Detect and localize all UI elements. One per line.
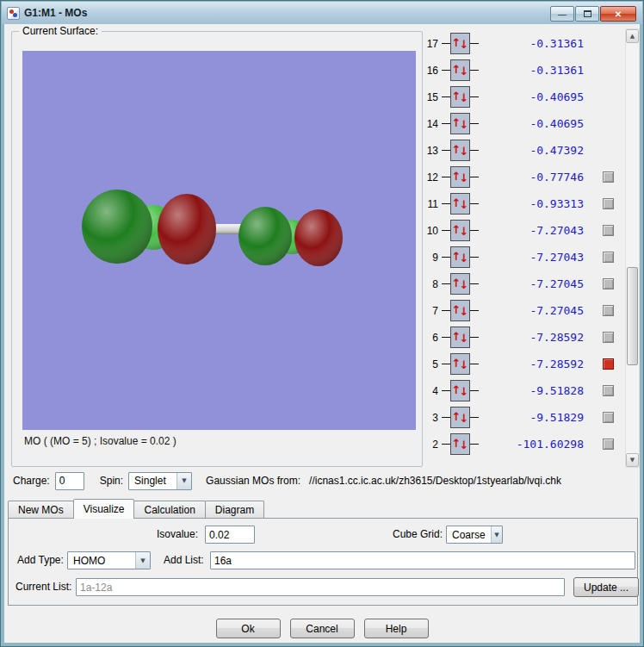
maximize-button[interactable] — [575, 6, 599, 22]
mo-row[interactable]: 6 ↑ ↓ -7.28592 — [423, 324, 624, 351]
mo-list-scrollbar[interactable]: ▲ ▼ — [625, 28, 640, 468]
mo-number: 9 — [424, 252, 438, 264]
footer-buttons: Ok Cancel Help — [4, 619, 640, 638]
spin-pair-icon: ↑ ↓ — [450, 433, 470, 455]
mo-occupied-checkbox[interactable] — [603, 305, 614, 316]
mo-row[interactable]: 13 ↑ ↓ -0.47392 — [423, 137, 624, 164]
mo-energy: -7.27045 — [480, 304, 584, 317]
source-path: //icnas1.cc.ic.ac.uk/zh3615/Desktop/1sty… — [309, 475, 561, 487]
level-line — [442, 203, 450, 204]
mo-occupied-checkbox[interactable] — [603, 358, 614, 370]
mo-energy-level: ↑ ↓ — [442, 166, 479, 188]
mo-list: 17 ↑ ↓ -0.31361 16 ↑ ↓ -0.31361 15 — [423, 30, 624, 457]
current-surface-group: Current Surface: — [11, 31, 423, 467]
mo-row[interactable]: 5 ↑ ↓ -7.28592 — [423, 351, 624, 377]
level-line — [442, 283, 450, 284]
isovalue-input[interactable] — [205, 526, 255, 544]
scroll-up-button[interactable]: ▲ — [626, 29, 639, 43]
mo-row[interactable]: 17 ↑ ↓ -0.31361 — [423, 30, 624, 57]
mo-row[interactable]: 11 ↑ ↓ -0.93313 — [423, 190, 624, 217]
level-line — [442, 390, 450, 391]
mo-energy-level: ↑ ↓ — [442, 273, 479, 295]
mo-number: 12 — [424, 171, 438, 184]
tab-label: New MOs — [18, 504, 64, 516]
close-button[interactable]: ✕ — [600, 6, 636, 22]
mo-row[interactable]: 14 ↑ ↓ -0.40695 — [423, 110, 624, 137]
mo-occupied-checkbox[interactable] — [603, 171, 614, 183]
mo-energy-level: ↑ ↓ — [442, 246, 479, 268]
minimize-icon: — — [558, 9, 567, 19]
mo-occupied-checkbox[interactable] — [603, 252, 614, 263]
mo-number: 17 — [424, 38, 438, 50]
mo-row[interactable]: 8 ↑ ↓ -7.27045 — [423, 271, 624, 297]
mo-occupied-checkbox[interactable] — [603, 385, 614, 396]
level-line — [470, 43, 479, 44]
spin-pair-icon: ↑ ↓ — [450, 327, 470, 348]
spin-pair-icon: ↑ ↓ — [450, 246, 470, 268]
level-line — [470, 310, 479, 311]
spin-down-arrow-icon: ↓ — [460, 226, 469, 237]
mo-number: 5 — [424, 358, 438, 370]
mo-row[interactable]: 9 ↑ ↓ -7.27043 — [423, 244, 624, 271]
add-type-dropdown[interactable]: HOMO ▼ — [67, 551, 151, 569]
mo-row[interactable]: 10 ↑ ↓ -7.27043 — [423, 217, 624, 244]
tab-diagram[interactable]: Diagram — [205, 501, 264, 518]
mo-occupied-checkbox[interactable] — [603, 332, 614, 343]
mo-row[interactable]: 7 ↑ ↓ -7.27045 — [423, 297, 624, 324]
spin-pair-icon: ↑ ↓ — [450, 380, 470, 401]
help-button[interactable]: Help — [364, 619, 429, 638]
mo-occupied-checkbox[interactable] — [603, 225, 614, 236]
mo-energy: -7.28592 — [480, 331, 584, 344]
tab-new-mos[interactable]: New MOs — [8, 501, 74, 518]
spin-down-arrow-icon: ↓ — [460, 92, 469, 103]
add-list-label: Add List: — [164, 551, 204, 569]
spin-down-arrow-icon: ↓ — [460, 306, 469, 317]
tab-label: Diagram — [215, 504, 254, 516]
mo-energy-level: ↑ ↓ — [442, 113, 479, 134]
spin-down-arrow-icon: ↓ — [460, 279, 469, 290]
scrollbar-thumb[interactable] — [627, 267, 638, 365]
charge-input[interactable] — [55, 472, 84, 490]
mo-occupied-checkbox[interactable] — [603, 198, 614, 209]
mo-occupied-checkbox[interactable] — [603, 439, 614, 450]
molecule-orbitals — [22, 51, 416, 430]
mo-energy-level: ↑ ↓ — [442, 380, 479, 401]
left-atom-orbitals — [82, 190, 216, 264]
molecule-view[interactable] — [22, 51, 416, 430]
spin-pair-icon: ↑ ↓ — [450, 140, 470, 161]
mo-row[interactable]: 3 ↑ ↓ -9.51829 — [423, 404, 624, 431]
mo-row[interactable]: 2 ↑ ↓ -101.60298 — [423, 431, 624, 457]
surface-caption: MO ( (MO = 5) ; Isovalue = 0.02 ) — [24, 435, 176, 447]
tab-visualize[interactable]: Visualize — [73, 499, 135, 519]
mo-energy: -9.51829 — [480, 411, 584, 424]
minimize-button[interactable]: — — [550, 6, 574, 22]
spin-pair-icon: ↑ ↓ — [450, 86, 470, 108]
cube-grid-label: Cube Grid: — [393, 526, 443, 544]
add-list-input[interactable] — [210, 551, 635, 569]
mo-energy-level: ↑ ↓ — [442, 327, 479, 348]
mo-energy: -0.31361 — [480, 64, 584, 77]
chevron-down-icon: ▼ — [135, 552, 150, 569]
mo-occupied-checkbox[interactable] — [603, 278, 614, 289]
scroll-down-button[interactable]: ▼ — [626, 453, 639, 467]
ok-button[interactable]: Ok — [216, 619, 281, 638]
update-button[interactable]: Update ... — [573, 577, 639, 597]
spin-dropdown[interactable]: Singlet ▼ — [128, 472, 192, 490]
mo-row[interactable]: 15 ↑ ↓ -0.40695 — [423, 84, 624, 110]
mo-row[interactable]: 16 ↑ ↓ -0.31361 — [423, 57, 624, 84]
mo-row[interactable]: 12 ↑ ↓ -0.77746 — [423, 164, 624, 190]
cancel-button[interactable]: Cancel — [290, 619, 355, 638]
mo-occupied-checkbox[interactable] — [603, 412, 614, 423]
cube-grid-dropdown[interactable]: Coarse ▼ — [446, 526, 503, 544]
mo-row[interactable]: 4 ↑ ↓ -9.51828 — [423, 377, 624, 404]
mo-energy-level: ↑ ↓ — [442, 300, 479, 321]
spin-down-arrow-icon: ↓ — [460, 333, 469, 344]
current-list-input[interactable] — [76, 578, 565, 596]
level-line — [442, 364, 450, 364]
spin-pair-icon: ↑ ↓ — [450, 273, 470, 295]
mo-energy-level: ↑ ↓ — [442, 193, 479, 215]
mo-energy-level: ↑ ↓ — [442, 33, 479, 54]
mo-number: 11 — [424, 198, 438, 210]
spin-down-arrow-icon: ↓ — [460, 413, 469, 424]
tab-calculation[interactable]: Calculation — [133, 501, 205, 518]
